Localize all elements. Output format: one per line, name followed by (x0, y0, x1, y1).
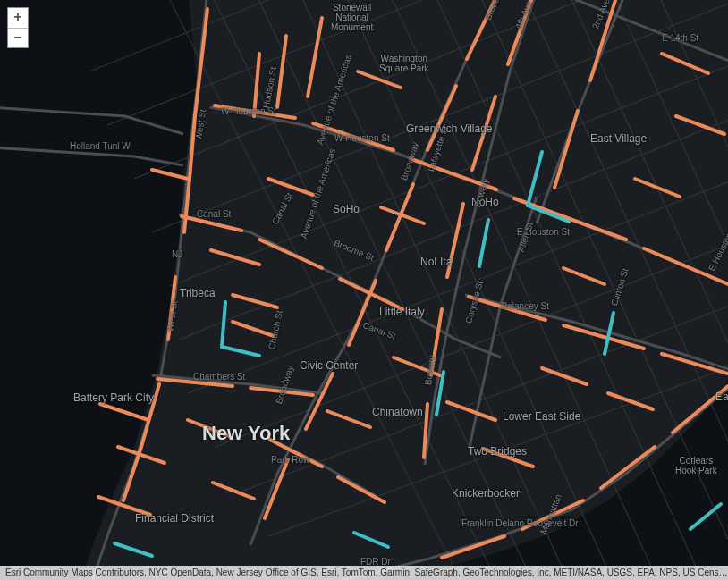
neighborhood-label: Lower East Side (503, 410, 580, 423)
attribution-bar: Esri Community Maps Contributors, NYC Op… (0, 566, 728, 580)
park-label: Corlears Hook Park (675, 456, 717, 475)
neighborhood-label: Knickerbocker (452, 487, 520, 500)
attribution-text: Esri Community Maps Contributors, NYC Op… (5, 566, 728, 580)
neighborhood-label: Little Italy (379, 306, 425, 318)
street-label: NJ (172, 249, 182, 259)
street-label: Park Row (271, 455, 309, 465)
park-label: Stonewall National Monument (331, 3, 373, 32)
neighborhood-label: Two Bridges (468, 445, 527, 458)
zoom-control: + − (7, 7, 29, 48)
park-label: Washington Square Park (379, 54, 429, 73)
street-label: Franklin Delano Roosevelt Dr (461, 518, 579, 528)
neighborhood-label: NoLIta (420, 256, 452, 268)
neighborhood-label: East Village (590, 132, 647, 145)
neighborhood-label: Financial District (135, 512, 214, 525)
street-label: Canal St (197, 209, 231, 219)
street-label: E 14th St (662, 33, 698, 43)
street-label: W Houston St (334, 133, 390, 143)
neighborhood-label: Battery Park City (73, 391, 154, 404)
map-view[interactable]: + − New YorkGreenwich VillageEast Villag… (0, 0, 728, 580)
neighborhood-label: Tribeca (180, 287, 216, 299)
street-label: Chambers St (193, 372, 245, 382)
city-label: New York (202, 422, 290, 445)
neighborhood-label: SoHo (333, 203, 360, 215)
zoom-out-button[interactable]: − (8, 28, 28, 47)
zoom-in-button[interactable]: + (8, 8, 28, 28)
neighborhood-label: Chinatown (372, 406, 423, 418)
street-label: Holland Tunl W (70, 141, 131, 151)
neighborhood-label: Civic Center (300, 359, 358, 372)
street-label: Delancey St (501, 301, 549, 311)
neighborhood-label: Ea (715, 391, 728, 403)
